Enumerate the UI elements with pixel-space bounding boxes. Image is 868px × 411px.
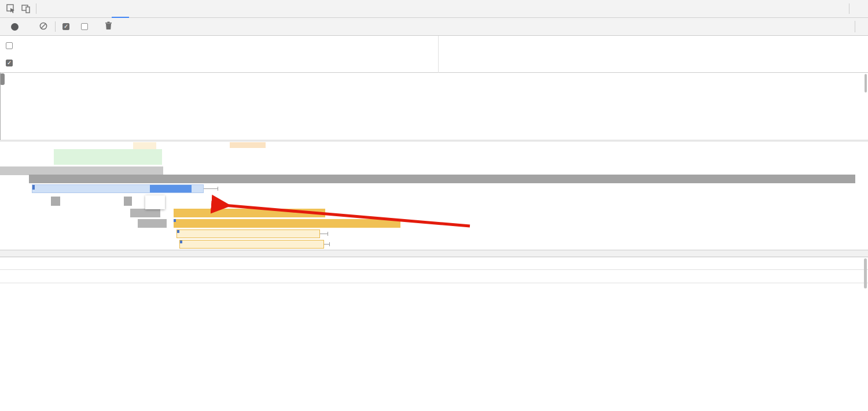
capture-settings-pane (0, 36, 868, 73)
selection-green-box (54, 149, 162, 165)
network-waterfall-pane[interactable] (0, 141, 868, 250)
interactions-track[interactable] (0, 270, 868, 283)
network-row-polyfill[interactable] (176, 229, 320, 238)
network-row-pixel-gif[interactable] (29, 175, 855, 183)
record-button[interactable] (11, 23, 19, 31)
pane-splitter[interactable] (0, 250, 868, 257)
network-block[interactable] (51, 197, 60, 206)
main-track-header[interactable] (0, 283, 868, 297)
vertical-scrollbar[interactable] (864, 258, 867, 288)
tab-network[interactable] (94, 0, 112, 18)
overview-window-edge[interactable] (0, 73, 1, 140)
request-marker (177, 230, 179, 233)
request-whisker (324, 244, 330, 245)
task-highlight (133, 142, 156, 149)
tab-audits-2[interactable] (181, 0, 198, 18)
overview-window-handle[interactable] (0, 73, 5, 85)
request-whisker (320, 234, 328, 234)
duration-tooltip (145, 195, 165, 209)
network-row-au[interactable] (32, 184, 204, 193)
request-marker (174, 219, 176, 222)
overview-charts (0, 73, 868, 140)
frames-track[interactable] (0, 257, 868, 270)
tab-application[interactable] (146, 0, 164, 18)
network-row-graun-commercial[interactable] (174, 219, 400, 228)
devtools-tab-bar (0, 0, 868, 18)
request-marker (32, 185, 35, 190)
trash-icon[interactable] (105, 21, 112, 32)
tab-audits[interactable] (198, 0, 216, 18)
inspect-element-icon[interactable] (3, 2, 19, 16)
performance-toolbar (0, 18, 868, 36)
tab-elements[interactable] (42, 0, 60, 18)
main-flame-chart[interactable] (0, 297, 868, 411)
screenshots-checkbox[interactable] (62, 23, 69, 30)
enable-paint-instrumentation-checkbox[interactable] (6, 60, 13, 66)
overview-scrollbar[interactable] (865, 74, 867, 92)
network-row-graun-standard-2[interactable] (179, 240, 324, 249)
tab-sources[interactable] (77, 0, 94, 18)
divider (55, 21, 56, 32)
memory-checkbox[interactable] (81, 23, 88, 30)
request-marker (180, 240, 182, 243)
request-whisker (204, 188, 218, 189)
network-size-badge (138, 219, 167, 228)
network-row-graun-standard[interactable] (174, 209, 325, 217)
task-highlight (230, 142, 266, 148)
clear-recording-icon[interactable] (39, 22, 47, 32)
tab-security[interactable] (164, 0, 181, 18)
network-block[interactable] (124, 197, 132, 206)
request-active-segment (150, 184, 192, 193)
divider (438, 36, 439, 73)
timeline-overview[interactable] (0, 73, 868, 140)
device-toolbar-icon[interactable] (19, 2, 34, 16)
tab-console[interactable] (60, 0, 77, 18)
network-row-bar[interactable] (0, 166, 163, 175)
tab-performance[interactable] (112, 0, 129, 18)
divider (36, 3, 36, 14)
overflow-menu-icon[interactable] (849, 3, 856, 14)
network-size-badge (130, 209, 160, 217)
disable-js-samples-checkbox[interactable] (6, 42, 13, 49)
tab-memory[interactable] (129, 0, 146, 18)
panel-tabs (42, 0, 216, 18)
